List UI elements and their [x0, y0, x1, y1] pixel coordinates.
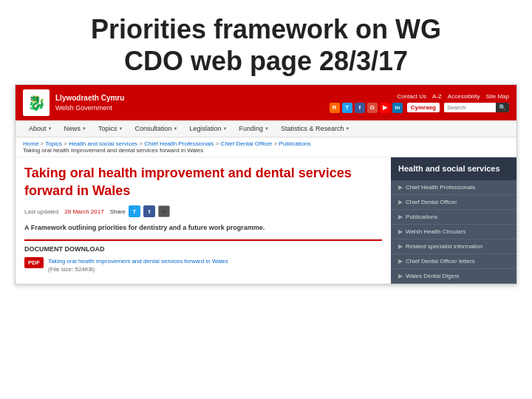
sidebar-item-publications[interactable]: ▶ Publications	[391, 210, 516, 225]
nav-news-arrow: ▼	[82, 126, 86, 131]
dragon-logo: 🐉	[23, 89, 50, 116]
contact-link[interactable]: Contact Us	[397, 93, 426, 100]
sitemap-link[interactable]: Site Map	[485, 93, 509, 100]
sidebar-heading: Health and social services	[391, 157, 516, 180]
content-left: Taking oral health improvement and denta…	[16, 157, 391, 283]
nav-funding-arrow: ▼	[265, 126, 269, 131]
facebook-icon[interactable]: f	[355, 103, 365, 113]
sidebar-item-related[interactable]: ▶ Related specialist information	[391, 239, 516, 254]
youtube-icon[interactable]: ▶	[380, 103, 390, 113]
doc-link[interactable]: Taking oral health improvement and denta…	[48, 257, 228, 273]
az-link[interactable]: A-Z	[432, 93, 442, 100]
breadcrumb-topics[interactable]: Topics	[45, 140, 62, 147]
main-content: Taking oral health improvement and denta…	[16, 157, 516, 283]
description-text: A Framework outlining priorities for den…	[24, 223, 382, 233]
arrow-icon: ▶	[398, 243, 403, 250]
arrow-icon: ▶	[398, 184, 403, 191]
sidebar-item-wdd[interactable]: ▶ Wales Dental Digest	[391, 269, 516, 284]
search-input[interactable]	[444, 103, 496, 112]
share-facebook-button[interactable]: f	[143, 205, 155, 217]
nav-about[interactable]: About ▼	[23, 120, 58, 137]
nav-legislation-arrow: ▼	[222, 126, 227, 131]
nav-legislation[interactable]: Legislation ▼	[183, 120, 233, 137]
linkedin-icon[interactable]: in	[392, 103, 403, 113]
accessibility-link[interactable]: Accessibility	[448, 93, 480, 100]
breadcrumb-publications[interactable]: Publications	[279, 140, 310, 147]
nav-statistics-arrow: ▼	[345, 126, 349, 131]
last-updated-label: Last updated	[24, 208, 58, 215]
arrow-icon: ▶	[398, 228, 403, 235]
arrow-icon: ▶	[398, 273, 403, 279]
nav-consultation-arrow: ▼	[173, 126, 177, 131]
sidebar-right: Health and social services ▶ Chief Healt…	[391, 157, 516, 283]
breadcrumb-current: Taking oral health Improvement and denta…	[23, 147, 203, 154]
nav-statistics[interactable]: Statistics & Research ▼	[275, 120, 355, 137]
share-twitter-button[interactable]: T	[129, 205, 140, 217]
wg-header: 🐉 Llywodraeth Cymru Welsh Government Con…	[16, 85, 516, 120]
last-updated-date: 28 March 2017	[64, 208, 103, 215]
nav-news[interactable]: News ▼	[58, 120, 92, 137]
page-title: Taking oral health improvement and denta…	[24, 165, 382, 200]
wg-logo-text: Llywodraeth Cymru Welsh Government	[55, 93, 124, 113]
cymraeg-button[interactable]: Cymraeg	[407, 103, 440, 112]
doc-download-link[interactable]: Taking oral health improvement and denta…	[48, 258, 228, 265]
nav-topics-arrow: ▼	[118, 126, 123, 131]
social-icons: R T f G ▶ in	[330, 103, 403, 113]
share-label: Share	[110, 208, 126, 215]
sidebar-item-chp[interactable]: ▶ Chief Health Professionals	[391, 180, 516, 195]
breadcrumb: Home > Topics > Health and social servic…	[16, 137, 516, 157]
nav-about-arrow: ▼	[48, 126, 52, 131]
nav-bar: About ▼ News ▼ Topics ▼ Consultation ▼ L…	[16, 120, 516, 137]
pdf-icon: PDF	[24, 257, 44, 268]
document-item: PDF Taking oral health improvement and d…	[24, 257, 382, 273]
nav-topics[interactable]: Topics ▼	[92, 120, 129, 137]
sidebar-item-cdo[interactable]: ▶ Chief Dental Officer	[391, 195, 516, 210]
doc-file-info: (File size: 524KB)	[48, 266, 95, 273]
arrow-icon: ▶	[398, 258, 403, 265]
nav-funding[interactable]: Funding ▼	[233, 120, 274, 137]
sidebar-item-whc[interactable]: ▶ Welsh Health Circulars	[391, 225, 516, 239]
rss-icon[interactable]: R	[330, 103, 340, 113]
share-more-button[interactable]: +	[158, 205, 170, 217]
slide-title: Priorities framework on WG CDO web page …	[30, 13, 502, 77]
header-right: Contact Us A-Z Accessibility Site Map R …	[330, 93, 509, 113]
arrow-icon: ▶	[398, 199, 403, 205]
nav-consultation[interactable]: Consultation ▼	[129, 120, 183, 137]
search-box: 🔍	[444, 103, 509, 112]
document-download-heading: DOCUMENT DOWNLOAD	[24, 239, 382, 253]
breadcrumb-chp[interactable]: Chief Health Professionals	[144, 140, 214, 147]
wg-logo: 🐉 Llywodraeth Cymru Welsh Government	[23, 89, 124, 116]
share-section: Share T f +	[110, 205, 170, 217]
slide-title-area: Priorities framework on WG CDO web page …	[0, 0, 532, 84]
breadcrumb-health[interactable]: Health and social services	[69, 140, 137, 147]
header-bottom: R T f G ▶ in Cymraeg 🔍	[330, 103, 509, 113]
arrow-icon: ▶	[398, 214, 403, 220]
sidebar-item-cdo-letters[interactable]: ▶ Chief Dental Officer letters	[391, 254, 516, 269]
last-updated-row: Last updated 28 March 2017 Share T f +	[24, 205, 382, 217]
twitter-icon[interactable]: T	[342, 103, 352, 113]
search-button[interactable]: 🔍	[496, 103, 509, 112]
browser-window: 🐉 Llywodraeth Cymru Welsh Government Con…	[15, 84, 517, 284]
top-links: Contact Us A-Z Accessibility Site Map	[397, 93, 509, 100]
breadcrumb-cdo[interactable]: Chief Dental Officer	[221, 140, 273, 147]
googleplus-icon[interactable]: G	[367, 103, 378, 113]
breadcrumb-home[interactable]: Home	[23, 140, 38, 147]
